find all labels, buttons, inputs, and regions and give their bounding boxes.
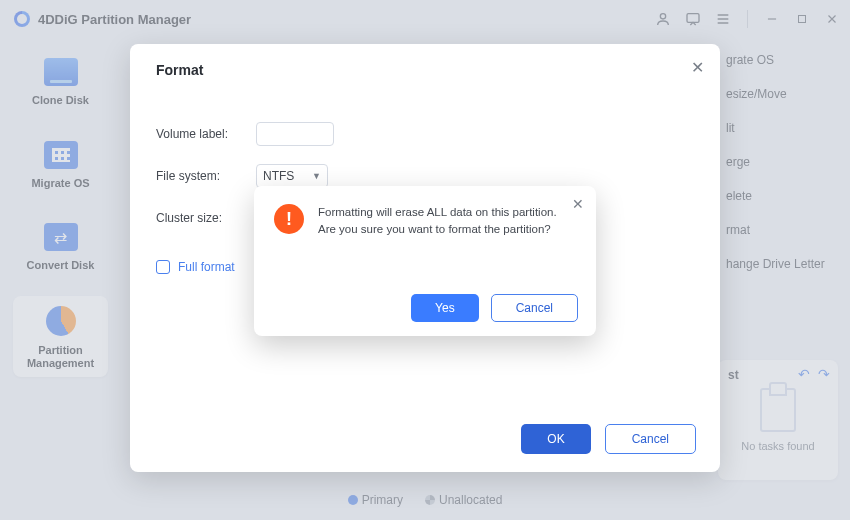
format-close-icon[interactable]: ✕: [691, 58, 704, 77]
file-system-caption: File system:: [156, 169, 246, 183]
confirm-message: Formatting will erase ALL data on this p…: [318, 204, 576, 237]
format-dialog-title: Format: [156, 62, 694, 78]
full-format-checkbox[interactable]: [156, 260, 170, 274]
full-format-label: Full format: [178, 260, 235, 274]
file-system-value: NTFS: [263, 169, 294, 183]
confirm-close-icon[interactable]: ✕: [572, 196, 584, 212]
cluster-size-caption: Cluster size:: [156, 211, 246, 225]
chevron-down-icon: ▼: [312, 171, 321, 181]
warning-icon: !: [274, 204, 304, 234]
format-cancel-button[interactable]: Cancel: [605, 424, 696, 454]
confirm-cancel-button[interactable]: Cancel: [491, 294, 578, 322]
confirm-yes-button[interactable]: Yes: [411, 294, 479, 322]
volume-label-input[interactable]: [256, 122, 334, 146]
file-system-select[interactable]: NTFS ▼: [256, 164, 328, 188]
format-ok-button[interactable]: OK: [521, 424, 590, 454]
confirm-dialog: ✕ ! Formatting will erase ALL data on th…: [254, 186, 596, 336]
volume-label-caption: Volume label:: [156, 127, 246, 141]
